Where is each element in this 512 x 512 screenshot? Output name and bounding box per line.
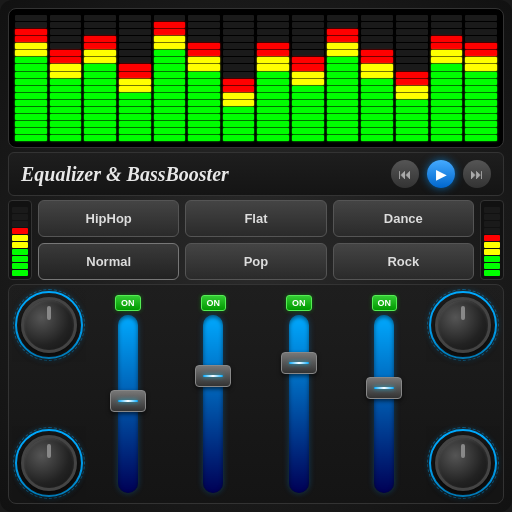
spectrum-seg (15, 43, 47, 49)
preset-btn-flat[interactable]: Flat (185, 200, 326, 237)
left-knob-bottom-ring (15, 429, 83, 497)
spectrum-seg (119, 15, 151, 21)
spectrum-col-7 (257, 15, 289, 141)
spectrum-col-2 (84, 15, 116, 141)
preset-btn-dance[interactable]: Dance (333, 200, 474, 237)
preset-btn-normal[interactable]: Normal (38, 243, 179, 280)
spectrum-seg (154, 50, 186, 56)
on-badge-ch4[interactable]: ON (372, 295, 398, 311)
fader-channel-ch4: ON (344, 295, 426, 493)
spectrum-seg (361, 86, 393, 92)
on-badge-ch2[interactable]: ON (201, 295, 227, 311)
level-seg (484, 221, 500, 227)
preset-btn-pop[interactable]: Pop (185, 243, 326, 280)
spectrum-seg (188, 57, 220, 63)
spectrum-seg (15, 64, 47, 70)
spectrum-seg (257, 93, 289, 99)
spectrum-seg (292, 72, 324, 78)
fader-thumb-ch1[interactable] (110, 390, 146, 412)
spectrum-seg (223, 15, 255, 21)
spectrum-seg (119, 72, 151, 78)
prev-icon: ⏮ (398, 166, 412, 182)
level-seg (484, 249, 500, 255)
fader-thumb-ch3[interactable] (281, 352, 317, 374)
spectrum-seg (431, 43, 463, 49)
spectrum-seg (292, 79, 324, 85)
spectrum-seg (50, 15, 82, 21)
spectrum-seg (361, 22, 393, 28)
fader-track-ch1[interactable] (118, 315, 138, 493)
spectrum-seg (465, 121, 497, 127)
spectrum-seg (188, 86, 220, 92)
play-icon: ▶ (436, 166, 447, 182)
spectrum-seg (50, 22, 82, 28)
spectrum-seg (465, 135, 497, 141)
spectrum-seg (361, 64, 393, 70)
on-badge-ch1[interactable]: ON (115, 295, 141, 311)
spectrum-seg (292, 100, 324, 106)
fader-thumb-ch2[interactable] (195, 365, 231, 387)
spectrum-seg (50, 135, 82, 141)
spectrum-seg (396, 43, 428, 49)
spectrum-seg (154, 29, 186, 35)
preset-btn-hiphop[interactable]: HipHop (38, 200, 179, 237)
left-knob-top[interactable] (21, 297, 77, 353)
left-knob-bottom[interactable] (21, 435, 77, 491)
spectrum-seg (188, 50, 220, 56)
spectrum-seg (292, 22, 324, 28)
spectrum-seg (327, 43, 359, 49)
spectrum-seg (327, 29, 359, 35)
spectrum-seg (119, 135, 151, 141)
spectrum-seg (223, 121, 255, 127)
next-button[interactable]: ⏭ (463, 160, 491, 188)
spectrum-seg (292, 93, 324, 99)
left-knob-top-ring (15, 291, 83, 359)
spectrum-seg (396, 64, 428, 70)
spectrum-seg (188, 121, 220, 127)
preset-btn-rock[interactable]: Rock (333, 243, 474, 280)
spectrum-seg (396, 121, 428, 127)
spectrum-seg (188, 93, 220, 99)
spectrum-col-4 (154, 15, 186, 141)
spectrum-seg (119, 93, 151, 99)
spectrum-seg (292, 107, 324, 113)
spectrum-seg (361, 50, 393, 56)
spectrum-seg (223, 64, 255, 70)
spectrum-seg (154, 93, 186, 99)
fader-thumb-ch4[interactable] (366, 377, 402, 399)
play-button[interactable]: ▶ (427, 160, 455, 188)
fader-track-ch2[interactable] (203, 315, 223, 493)
spectrum-seg (154, 36, 186, 42)
prev-button[interactable]: ⏮ (391, 160, 419, 188)
right-knob-bottom[interactable] (435, 435, 491, 491)
spectrum-seg (431, 50, 463, 56)
spectrum-seg (327, 114, 359, 120)
fader-track-ch3[interactable] (289, 315, 309, 493)
spectrum-seg (15, 79, 47, 85)
spectrum-col-0 (15, 15, 47, 141)
fader-track-ch4[interactable] (374, 315, 394, 493)
right-knob-top[interactable] (435, 297, 491, 353)
spectrum-seg (292, 36, 324, 42)
spectrum-seg (465, 22, 497, 28)
on-badge-ch3[interactable]: ON (286, 295, 312, 311)
spectrum-seg (15, 107, 47, 113)
level-seg (12, 235, 28, 241)
spectrum-seg (223, 107, 255, 113)
spectrum-seg (50, 36, 82, 42)
left-knobs (15, 291, 83, 497)
spectrum-seg (361, 43, 393, 49)
spectrum-seg (257, 72, 289, 78)
spectrum-seg (465, 43, 497, 49)
spectrum-seg (431, 79, 463, 85)
spectrum-seg (257, 114, 289, 120)
level-seg (484, 207, 500, 213)
spectrum-seg (327, 15, 359, 21)
spectrum-seg (327, 57, 359, 63)
spectrum-seg (15, 72, 47, 78)
spectrum-seg (465, 93, 497, 99)
spectrum-seg (465, 64, 497, 70)
spectrum-seg (465, 79, 497, 85)
spectrum-seg (257, 79, 289, 85)
spectrum-seg (119, 121, 151, 127)
